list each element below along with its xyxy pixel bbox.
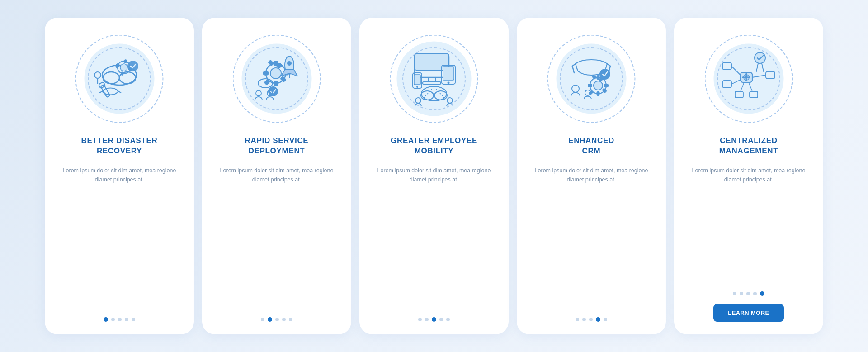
dot-1[interactable] — [733, 292, 736, 295]
dot-4[interactable] — [125, 318, 128, 321]
card-desc-service-deployment: Lorem ipsum dolor sit dim amet, mea regi… — [215, 166, 339, 309]
illustration-enhanced-crm — [544, 31, 639, 126]
card-dots-employee-mobility — [418, 317, 450, 322]
dot-3[interactable] — [118, 318, 122, 321]
cards-container: BETTER DISASTERRECOVERY Lorem ipsum dolo… — [27, 4, 841, 348]
dot-1[interactable] — [576, 318, 579, 321]
card-centralized-management: CENTRALIZEDMANAGEMENT Lorem ipsum dolor … — [674, 18, 823, 334]
dot-5[interactable] — [132, 318, 135, 321]
dot-3[interactable] — [746, 292, 750, 295]
illustration-centralized-management — [701, 31, 796, 126]
card-dots-disaster-recovery — [104, 317, 135, 322]
illustration-employee-mobility — [387, 31, 481, 126]
dot-1[interactable] — [261, 318, 264, 321]
card-title-disaster-recovery: BETTER DISASTERRECOVERY — [81, 134, 158, 158]
card-enhanced-crm: ENHANCEDCRM Lorem ipsum dolor sit dim am… — [517, 18, 666, 334]
dot-5[interactable] — [604, 318, 607, 321]
dot-3[interactable] — [432, 317, 436, 322]
card-desc-employee-mobility: Lorem ipsum dolor sit dim amet, mea regi… — [372, 166, 496, 309]
dot-2[interactable] — [425, 318, 429, 321]
card-employee-mobility: GREATER EMPLOYEEMOBILITY Lorem ipsum dol… — [359, 18, 509, 334]
dot-3[interactable] — [589, 318, 593, 321]
card-title-centralized-management: CENTRALIZEDMANAGEMENT — [719, 134, 778, 158]
illustration-service-deployment — [229, 31, 324, 126]
card-service-deployment: RAPID SERVICEDEPLOYMENT Lorem ipsum dolo… — [202, 18, 351, 334]
card-dots-service-deployment — [261, 317, 292, 322]
card-desc-disaster-recovery: Lorem ipsum dolor sit dim amet, mea regi… — [57, 166, 181, 309]
illustration-disaster-recovery — [72, 31, 167, 126]
dot-4[interactable] — [282, 318, 286, 321]
card-dots-enhanced-crm — [576, 317, 607, 322]
dot-4[interactable] — [439, 318, 443, 321]
dot-5[interactable] — [446, 318, 450, 321]
card-title-employee-mobility: GREATER EMPLOYEEMOBILITY — [391, 134, 477, 158]
card-title-service-deployment: RAPID SERVICEDEPLOYMENT — [245, 134, 309, 158]
dot-2[interactable] — [268, 317, 272, 322]
dot-2[interactable] — [111, 318, 115, 321]
learn-more-button[interactable]: LEARN MORE — [713, 304, 783, 322]
card-title-enhanced-crm: ENHANCEDCRM — [568, 134, 614, 158]
dot-2[interactable] — [582, 318, 586, 321]
dot-4[interactable] — [596, 317, 600, 322]
dot-1[interactable] — [104, 317, 108, 322]
dot-1[interactable] — [418, 318, 422, 321]
dot-5[interactable] — [289, 318, 292, 321]
dot-4[interactable] — [753, 292, 757, 295]
dot-2[interactable] — [740, 292, 743, 295]
card-dots-centralized-management — [733, 291, 764, 296]
card-disaster-recovery: BETTER DISASTERRECOVERY Lorem ipsum dolo… — [45, 18, 194, 334]
card-desc-enhanced-crm: Lorem ipsum dolor sit dim amet, mea regi… — [529, 166, 653, 309]
card-desc-centralized-management: Lorem ipsum dolor sit dim amet, mea regi… — [687, 166, 811, 283]
dot-5[interactable] — [760, 291, 764, 296]
dot-3[interactable] — [275, 318, 279, 321]
